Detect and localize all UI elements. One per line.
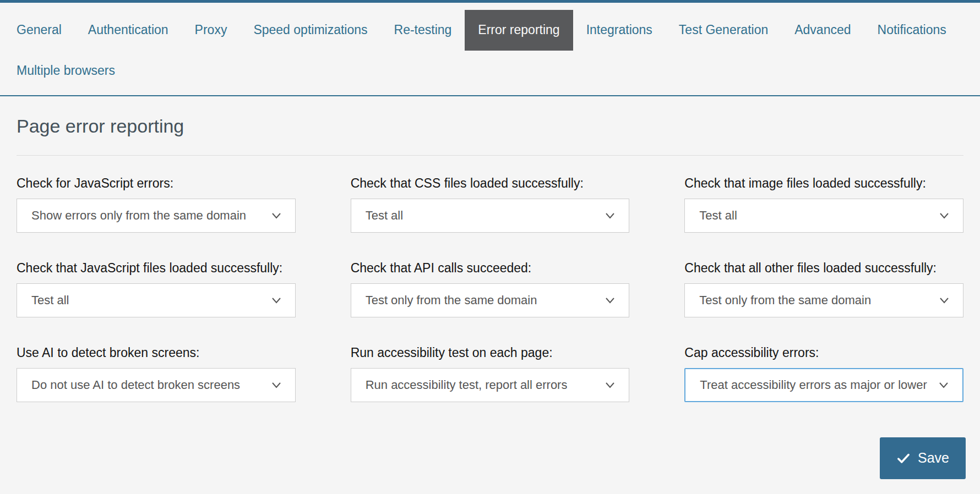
chevron-down-icon — [937, 378, 950, 392]
settings-page: General Authentication Proxy Speed optim… — [0, 0, 980, 494]
chevron-down-icon — [603, 294, 617, 307]
selected-value: Test all — [699, 208, 737, 223]
js-files-select[interactable]: Test all — [17, 283, 296, 317]
field-label: Check that JavaScript files loaded succe… — [17, 260, 296, 276]
field-label: Use AI to detect broken screens: — [17, 345, 296, 360]
image-files-select[interactable]: Test all — [684, 199, 963, 233]
field-css-files: Check that CSS files loaded successfully… — [351, 175, 630, 233]
field-ai-broken-screens: Use AI to detect broken screens: Do not … — [17, 345, 296, 402]
section-header: Page error reporting — [17, 115, 963, 156]
chevron-down-icon — [938, 209, 951, 222]
chevron-down-icon — [270, 209, 283, 222]
tab-multiple-browsers[interactable]: Multiple browsers — [3, 51, 128, 91]
field-label: Check for JavaScript errors: — [17, 175, 296, 191]
accessibility-test-select[interactable]: Run accessibility test, report all error… — [351, 368, 630, 402]
tab-general[interactable]: General — [3, 10, 75, 51]
field-other-files: Check that all other files loaded succes… — [684, 260, 963, 317]
field-label: Run accessibility test on each page: — [351, 345, 630, 360]
chevron-down-icon — [603, 378, 617, 392]
cap-accessibility-errors-select[interactable]: Treat accessibility errors as major or l… — [684, 368, 963, 402]
js-errors-select[interactable]: Show errors only from the same domain — [17, 199, 296, 233]
selected-value: Test only from the same domain — [366, 293, 537, 308]
page-title: Page error reporting — [17, 115, 963, 138]
other-files-select[interactable]: Test only from the same domain — [684, 283, 963, 317]
tab-integrations[interactable]: Integrations — [573, 10, 666, 51]
field-label: Check that API calls succeeded: — [351, 260, 630, 276]
tab-speed-optimizations[interactable]: Speed optimizations — [240, 10, 380, 51]
selected-value: Test all — [31, 293, 69, 308]
field-js-errors: Check for JavaScript errors: Show errors… — [17, 175, 296, 233]
tab-re-testing[interactable]: Re-testing — [381, 10, 465, 51]
selected-value: Test only from the same domain — [699, 293, 871, 308]
tab-test-generation[interactable]: Test Generation — [666, 10, 781, 51]
selected-value: Run accessibility test, report all error… — [366, 378, 568, 392]
error-reporting-fields-grid: Check for JavaScript errors: Show errors… — [0, 175, 980, 402]
ai-broken-screens-select[interactable]: Do not use AI to detect broken screens — [17, 368, 296, 402]
selected-value: Test all — [366, 208, 403, 223]
field-cap-accessibility-errors: Cap accessibility errors: Treat accessib… — [684, 345, 963, 402]
save-button[interactable]: Save — [880, 437, 966, 479]
css-files-select[interactable]: Test all — [351, 199, 630, 233]
field-api-calls: Check that API calls succeeded: Test onl… — [351, 260, 630, 317]
field-label: Check that image files loaded successful… — [684, 175, 963, 191]
tab-error-reporting[interactable]: Error reporting — [465, 10, 573, 51]
field-label: Check that CSS files loaded successfully… — [351, 175, 630, 191]
field-image-files: Check that image files loaded successful… — [684, 175, 963, 233]
tab-notifications[interactable]: Notifications — [864, 10, 960, 51]
selected-value: Do not use AI to detect broken screens — [31, 378, 240, 392]
field-js-files: Check that JavaScript files loaded succe… — [17, 260, 296, 317]
field-accessibility-test: Run accessibility test on each page: Run… — [351, 345, 630, 402]
chevron-down-icon — [270, 294, 283, 307]
api-calls-select[interactable]: Test only from the same domain — [351, 283, 630, 317]
tab-authentication[interactable]: Authentication — [75, 10, 182, 51]
selected-value: Treat accessibility errors as major or l… — [700, 378, 927, 392]
form-actions: Save — [0, 437, 980, 479]
chevron-down-icon — [603, 209, 617, 222]
chevron-down-icon — [938, 294, 951, 307]
field-label: Cap accessibility errors: — [684, 345, 963, 360]
field-label: Check that all other files loaded succes… — [684, 260, 963, 276]
tab-proxy[interactable]: Proxy — [182, 10, 241, 51]
save-button-label: Save — [918, 450, 949, 466]
chevron-down-icon — [270, 378, 283, 392]
tab-advanced[interactable]: Advanced — [781, 10, 864, 51]
check-icon — [896, 451, 911, 465]
settings-tab-bar: General Authentication Proxy Speed optim… — [0, 3, 980, 96]
selected-value: Show errors only from the same domain — [31, 208, 246, 223]
